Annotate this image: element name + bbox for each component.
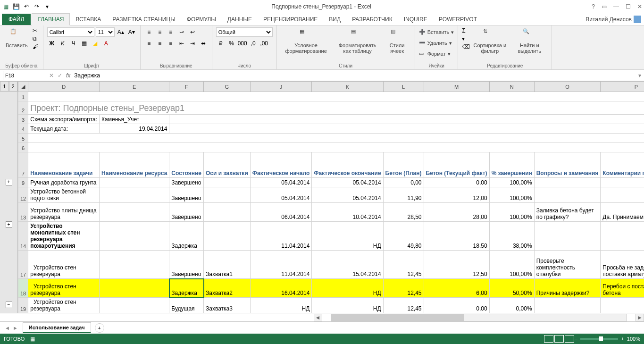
cell-L19[interactable]: 12,45 <box>383 298 424 313</box>
format-button[interactable]: ▭Формат ▾ <box>419 49 454 59</box>
select-all-corner[interactable]: ◢ <box>18 82 28 92</box>
cell-D12[interactable]: Устройство бетонной подготовки <box>28 187 100 203</box>
cell-G9[interactable] <box>204 178 251 187</box>
qat-more-icon[interactable]: ▾ <box>43 3 51 10</box>
percent-icon[interactable]: % <box>227 39 236 48</box>
undo-icon[interactable]: ↶ <box>23 3 30 10</box>
paste-button[interactable]: 📋 Вставить <box>4 27 30 49</box>
cell-N13[interactable]: 100,00% <box>489 203 534 222</box>
new-sheet-button[interactable]: + <box>95 323 104 333</box>
autosum-icon[interactable]: Σ <box>462 27 468 34</box>
cell-P17[interactable]: Просьба не задерживать поставки арматуры <box>601 251 644 279</box>
tab-file[interactable]: ФАЙЛ <box>2 14 31 25</box>
cell-F9[interactable]: Завершено <box>169 178 204 187</box>
fill-color-button[interactable]: ◢ <box>91 39 100 48</box>
spreadsheet-grid[interactable]: ◢ DEFGJKLMNOP 1 2Проект: Подпорные стены… <box>18 81 644 313</box>
row-18[interactable]: 18 <box>18 279 28 298</box>
format-painter-icon[interactable]: 🖌 <box>33 43 39 50</box>
grow-font-icon[interactable]: A▴ <box>116 27 125 37</box>
row-12[interactable]: 12 <box>18 187 28 203</box>
ribbon-options-icon[interactable]: ▭ <box>602 3 607 10</box>
cell-E9[interactable] <box>100 178 169 187</box>
align-bottom-icon[interactable]: ≡ <box>166 27 176 37</box>
comma-icon[interactable]: 000 <box>238 39 247 48</box>
row-9[interactable]: 9 <box>18 178 28 187</box>
cancel-icon[interactable]: ✕ <box>49 72 54 79</box>
tab-insert[interactable]: ВСТАВКА <box>70 14 107 25</box>
cell-J12[interactable]: 05.04.2014 <box>250 187 312 203</box>
row-14[interactable]: 14 <box>18 222 28 251</box>
tab-formulas[interactable]: ФОРМУЛЫ <box>181 14 222 25</box>
scroll-thumb[interactable] <box>331 314 464 321</box>
cell-E13[interactable] <box>100 203 169 222</box>
col-F[interactable]: F <box>169 82 204 92</box>
close-icon[interactable]: ✕ <box>637 3 642 10</box>
signed-in-user[interactable]: Виталий Денисов <box>585 16 641 23</box>
cell-P18[interactable]: Перебои с поставкой бетона <box>601 279 644 298</box>
align-center-icon[interactable]: ≡ <box>155 39 165 48</box>
cell-J14[interactable]: 11.04.2014 <box>250 222 312 251</box>
cell-M19[interactable]: 0,00 <box>424 298 489 313</box>
tab-view[interactable]: ВИД <box>323 14 346 25</box>
scroll-left-icon[interactable]: ◄ <box>314 314 322 321</box>
save-icon[interactable]: 💾 <box>12 3 20 10</box>
cell-J17[interactable]: 11.04.2014 <box>250 251 312 279</box>
zoom-out-icon[interactable]: − <box>575 336 577 342</box>
font-size-select[interactable]: 11 <box>96 27 115 37</box>
sheet-tab-1[interactable]: Использование задач <box>23 322 91 333</box>
cell-N18[interactable]: 50,00% <box>489 279 534 298</box>
format-as-table-button[interactable]: ▤Форматировать как таблицу <box>335 27 381 55</box>
cell-D19[interactable]: Устройство стен резервуара <box>28 298 100 313</box>
cell-K18[interactable]: НД <box>312 279 383 298</box>
cell-L9[interactable]: 0,00 <box>383 178 424 187</box>
cell-G18[interactable]: Захватка2 <box>204 279 251 298</box>
find-select-button[interactable]: 🔍Найти и выделить <box>511 27 548 55</box>
delete-button[interactable]: ➖Удалить ▾ <box>419 38 454 48</box>
col-N[interactable]: N <box>489 82 534 92</box>
cell-J13[interactable]: 06.04.2014 <box>250 203 312 222</box>
cell-P12[interactable] <box>601 187 644 203</box>
cell-N12[interactable]: 100,00% <box>489 187 534 203</box>
align-top-icon[interactable]: ≡ <box>144 27 154 37</box>
tab-home[interactable]: ГЛАВНАЯ <box>32 13 70 25</box>
maximize-icon[interactable]: ☐ <box>626 3 631 10</box>
row-4[interactable]: 4 <box>18 124 28 134</box>
wrap-text-icon[interactable]: ↩ <box>188 27 197 37</box>
cell-K19[interactable]: НД <box>312 298 383 313</box>
fx-icon[interactable]: fx <box>66 72 70 79</box>
orientation-icon[interactable]: ⤻ <box>177 27 186 37</box>
cell-J18[interactable]: 16.04.2014 <box>250 279 312 298</box>
cut-icon[interactable]: ✂ <box>33 27 39 34</box>
indent-inc-icon[interactable]: ⇥ <box>188 39 197 48</box>
indent-dec-icon[interactable]: ⇤ <box>177 39 186 48</box>
underline-button[interactable]: Ч <box>69 39 78 48</box>
cell-O19[interactable] <box>534 298 601 313</box>
col-K[interactable]: K <box>312 82 383 92</box>
fill-icon[interactable]: ▾ <box>462 35 468 42</box>
enter-icon[interactable]: ✓ <box>58 72 62 79</box>
cell-G12[interactable] <box>204 187 251 203</box>
bold-button[interactable]: Ж <box>47 39 57 48</box>
cell-O14[interactable] <box>534 222 601 251</box>
outline-expand-row9[interactable]: + <box>6 179 12 185</box>
cell-O17[interactable]: Проверьте комплектность опалубки <box>534 251 601 279</box>
cell-styles-button[interactable]: ▥Стили ячеек <box>384 27 411 55</box>
align-middle-icon[interactable]: ≡ <box>155 27 165 37</box>
cell-J19[interactable]: НД <box>250 298 312 313</box>
col-D[interactable]: D <box>28 82 100 92</box>
cell-M12[interactable]: 12,00 <box>424 187 489 203</box>
cell-E18[interactable] <box>100 279 169 298</box>
cell-F19[interactable]: Будущая <box>169 298 204 313</box>
zoom-in-icon[interactable]: + <box>621 336 624 342</box>
italic-button[interactable]: К <box>58 39 67 48</box>
view-normal-icon[interactable] <box>544 335 553 343</box>
tab-nav-last-icon[interactable]: ► <box>13 325 18 331</box>
row-13[interactable]: 13 <box>18 203 28 222</box>
row-3[interactable]: 3 <box>18 115 28 124</box>
cell-L18[interactable]: 12,45 <box>383 279 424 298</box>
cell-L13[interactable]: 28,50 <box>383 203 424 222</box>
cell-E17[interactable] <box>100 251 169 279</box>
align-left-icon[interactable]: ≡ <box>144 39 154 48</box>
shrink-font-icon[interactable]: A▾ <box>127 27 136 37</box>
tab-data[interactable]: ДАННЫЕ <box>222 14 258 25</box>
